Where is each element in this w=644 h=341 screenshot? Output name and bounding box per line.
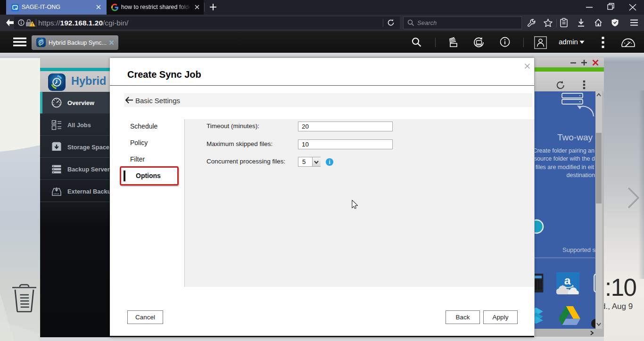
svg-text:a: a (564, 274, 571, 287)
